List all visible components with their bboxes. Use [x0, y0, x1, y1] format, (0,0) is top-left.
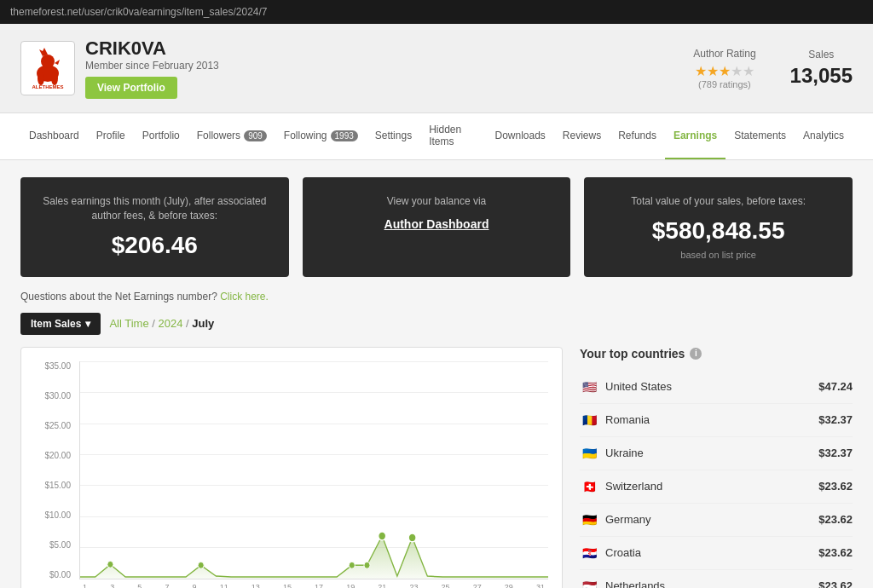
- country-name: United States: [605, 380, 812, 393]
- country-flag: 🇩🇪: [580, 510, 598, 529]
- country-amount: $23.62: [818, 579, 853, 588]
- svg-point-7: [107, 561, 113, 568]
- country-flag: 🇨🇭: [580, 477, 598, 496]
- earnings-cards: Sales earnings this month (July), after …: [20, 177, 853, 277]
- nav-item-statements[interactable]: Statements: [726, 113, 795, 159]
- author-dashboard-card: View your balance via Author Dashboard: [303, 177, 571, 277]
- countries-title: Your top countries i: [580, 347, 853, 360]
- nav-item-profile[interactable]: Profile: [88, 113, 134, 159]
- chart-inner: $35.00 $30.00 $25.00 $20.00 $15.00 $10.0…: [35, 361, 548, 588]
- country-amount: $32.37: [818, 447, 853, 459]
- monthly-earnings-value: $206.46: [41, 232, 269, 259]
- nav-item-dashboard[interactable]: Dashboard: [20, 113, 88, 159]
- sales-value: 13,055: [790, 64, 853, 88]
- author-dashboard-label: View your balance via: [323, 194, 551, 209]
- country-flag: 🇷🇴: [580, 411, 598, 429]
- top-bar: themeforest.net/user/crik0va/earnings/it…: [0, 0, 873, 24]
- two-column-layout: $35.00 $30.00 $25.00 $20.00 $15.00 $10.0…: [20, 347, 853, 588]
- author-rating-label: Author Rating: [693, 48, 755, 60]
- nav-item-following[interactable]: Following 1993: [275, 113, 367, 159]
- header: ALETHEMES CRIK0VA Member since February …: [0, 24, 873, 113]
- controls-row: Item Sales ▾ All Time / 2024 / July: [20, 313, 853, 335]
- year-breadcrumb[interactable]: 2024: [158, 317, 182, 330]
- nav-item-hidden-items[interactable]: Hidden Items: [420, 113, 486, 159]
- country-flag: 🇺🇸: [580, 378, 598, 396]
- member-since: Member since February 2013: [85, 60, 219, 72]
- chart-x-labels: 1 3 5 7 9 11 13 15 17 19 21 23 25 27 29 …: [79, 583, 548, 588]
- country-amount: $32.37: [818, 413, 853, 426]
- sales-label: Sales: [790, 49, 853, 61]
- monthly-earnings-card: Sales earnings this month (July), after …: [20, 177, 289, 277]
- country-name: Netherlands: [605, 579, 812, 588]
- nav-item-followers[interactable]: Followers 909: [188, 113, 275, 159]
- country-flag: 🇺🇦: [580, 444, 598, 463]
- month-breadcrumb: July: [192, 317, 214, 330]
- country-amount: $23.62: [818, 513, 853, 526]
- country-flag: 🇭🇷: [580, 544, 598, 562]
- net-earnings-question: Questions about the Net Earnings number?…: [20, 291, 853, 303]
- breadcrumb: All Time / 2024 / July: [109, 317, 214, 330]
- nav-item-refunds[interactable]: Refunds: [610, 113, 665, 159]
- country-name: Romania: [605, 413, 812, 426]
- svg-point-4: [51, 72, 58, 85]
- svg-text:ALETHEMES: ALETHEMES: [32, 84, 63, 89]
- country-name: Germany: [605, 513, 812, 526]
- country-flag: 🇳🇱: [580, 577, 598, 588]
- svg-point-10: [364, 562, 370, 568]
- chart-plot-area: [79, 361, 548, 579]
- total-sales-value: $580,848.55: [604, 217, 832, 245]
- author-logo: ALETHEMES: [20, 41, 75, 95]
- svg-point-2: [41, 55, 55, 68]
- nav-item-portfolio[interactable]: Portfolio: [134, 113, 188, 159]
- country-amount: $23.62: [818, 546, 853, 559]
- click-here-link[interactable]: Click here.: [220, 291, 269, 303]
- svg-point-11: [379, 532, 386, 540]
- country-name: Switzerland: [605, 480, 812, 493]
- author-info: CRIK0VA Member since February 2013 View …: [85, 37, 219, 99]
- main-content: Sales earnings this month (July), after …: [0, 160, 873, 588]
- all-time-breadcrumb[interactable]: All Time: [109, 317, 148, 330]
- country-row: 🇨🇭 Switzerland $23.62: [580, 470, 853, 504]
- view-portfolio-button[interactable]: View Portfolio: [85, 77, 177, 99]
- country-name: Ukraine: [605, 447, 812, 459]
- total-sales-sub: based on list price: [604, 250, 832, 260]
- following-badge: 1993: [331, 130, 358, 141]
- author-dashboard-link[interactable]: Author Dashboard: [323, 217, 551, 231]
- country-amount: $47.24: [818, 380, 853, 393]
- countries-list: 🇺🇸 United States $47.24 🇷🇴 Romania $32.3…: [580, 371, 853, 588]
- country-row: 🇳🇱 Netherlands $23.62: [580, 570, 853, 588]
- info-icon[interactable]: i: [690, 348, 702, 360]
- followers-badge: 909: [244, 130, 267, 141]
- country-row: 🇭🇷 Croatia $23.62: [580, 537, 853, 570]
- dropdown-arrow-icon: ▾: [85, 318, 90, 330]
- svg-marker-6: [80, 536, 548, 579]
- nav-item-earnings[interactable]: Earnings: [665, 113, 726, 159]
- chart-container: $35.00 $30.00 $25.00 $20.00 $15.00 $10.0…: [20, 347, 563, 588]
- rating-count: (789 ratings): [693, 79, 755, 89]
- svg-point-3: [38, 72, 44, 85]
- chart-y-labels: $35.00 $30.00 $25.00 $20.00 $15.00 $10.0…: [35, 361, 76, 579]
- author-rating-stat: Author Rating ★★★★★ (789 ratings): [693, 48, 755, 89]
- nav-item-downloads[interactable]: Downloads: [486, 113, 553, 159]
- country-row: 🇷🇴 Romania $32.37: [580, 404, 853, 437]
- nav-item-reviews[interactable]: Reviews: [554, 113, 610, 159]
- svg-point-12: [408, 533, 416, 542]
- country-row: 🇺🇸 United States $47.24: [580, 371, 853, 404]
- svg-point-8: [198, 562, 204, 568]
- author-username: CRIK0VA: [85, 37, 219, 60]
- horse-logo-svg: ALETHEMES: [24, 44, 72, 92]
- total-sales-label: Total value of your sales, before taxes:: [604, 194, 832, 209]
- country-row: 🇺🇦 Ukraine $32.37: [580, 437, 853, 470]
- item-sales-button[interactable]: Item Sales ▾: [20, 313, 101, 335]
- sales-stat: Sales 13,055: [790, 49, 853, 88]
- svg-point-9: [349, 562, 355, 568]
- total-sales-card: Total value of your sales, before taxes:…: [584, 177, 853, 277]
- country-amount: $23.62: [818, 480, 853, 493]
- nav-item-settings[interactable]: Settings: [367, 113, 420, 159]
- countries-panel: Your top countries i 🇺🇸 United States $4…: [580, 347, 853, 588]
- header-stats: Author Rating ★★★★★ (789 ratings) Sales …: [693, 48, 853, 89]
- country-row: 🇩🇪 Germany $23.62: [580, 504, 853, 537]
- line-chart-svg: [80, 361, 548, 579]
- url-display: themeforest.net/user/crik0va/earnings/it…: [10, 6, 268, 18]
- nav-item-analytics[interactable]: Analytics: [795, 113, 853, 159]
